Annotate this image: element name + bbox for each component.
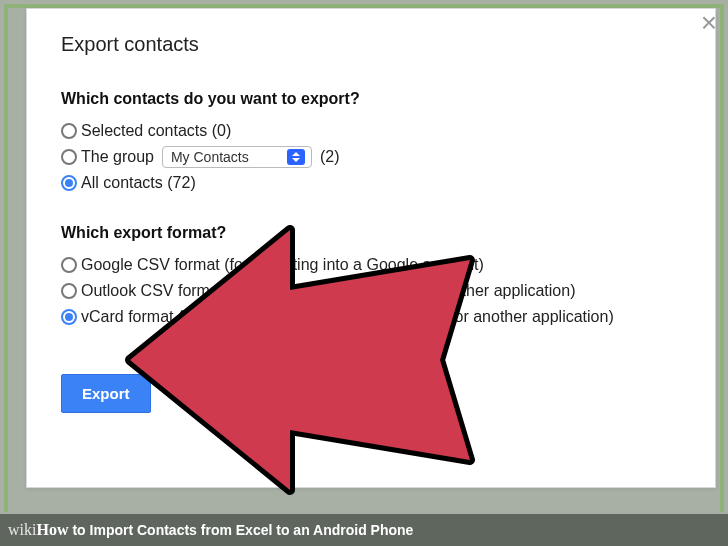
group-select-value: My Contacts [171,144,249,170]
export-contacts-dialog: × Export contacts Which contacts do you … [26,8,716,488]
option-google-csv[interactable]: Google CSV format (for importing into a … [61,252,681,278]
radio-icon [61,175,77,191]
radio-icon [61,309,77,325]
option-the-group[interactable]: The group My Contacts (2) [61,144,681,170]
option-selected-contacts[interactable]: Selected contacts (0) [61,118,681,144]
export-button[interactable]: Export [61,374,151,413]
option-label: vCard format (for importing into Apple A… [81,304,614,330]
contacts-option-group: Selected contacts (0) The group My Conta… [61,118,681,196]
dialog-title: Export contacts [61,33,681,56]
screenshot-stage: × Export contacts Which contacts do you … [0,0,728,546]
frame-border [4,4,8,512]
frame-border [720,4,724,512]
question-which-format: Which export format? [61,224,681,242]
wikihow-logo: wikiHow [8,521,68,539]
logo-prefix: wiki [8,521,36,539]
group-select[interactable]: My Contacts [162,146,312,168]
option-label: All contacts (72) [81,170,196,196]
radio-icon [61,123,77,139]
group-count: (2) [320,144,340,170]
option-label: Selected contacts (0) [81,118,231,144]
option-all-contacts[interactable]: All contacts (72) [61,170,681,196]
question-which-contacts: Which contacts do you want to export? [61,90,681,108]
option-label: The group [81,144,154,170]
option-outlook-csv[interactable]: Outlook CSV format (for importing into O… [61,278,681,304]
close-icon[interactable]: × [695,9,723,37]
radio-icon [61,283,77,299]
caption-bar: wikiHow to Import Contacts from Excel to… [0,514,728,546]
format-option-group: Google CSV format (for importing into a … [61,252,681,330]
chevron-updown-icon [287,149,305,165]
logo-suffix: How [36,521,68,539]
option-label: Google CSV format (for importing into a … [81,252,484,278]
option-label: Outlook CSV format (for importing into O… [81,278,575,304]
radio-icon [61,257,77,273]
radio-icon [61,149,77,165]
option-vcard[interactable]: vCard format (for importing into Apple A… [61,304,681,330]
caption-text: to Import Contacts from Excel to an Andr… [72,522,413,538]
